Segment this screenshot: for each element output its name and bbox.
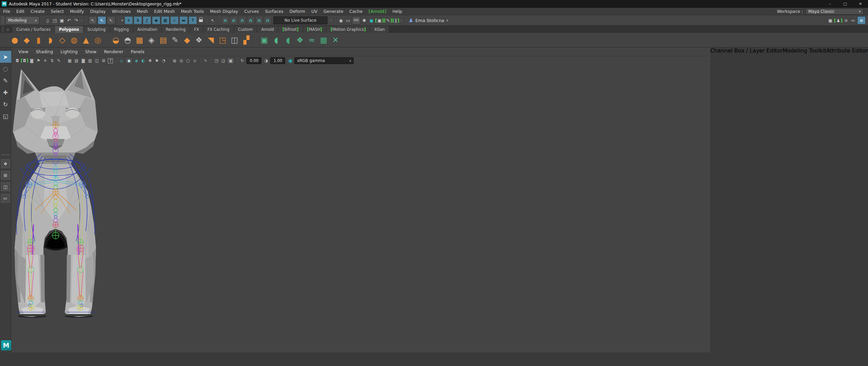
collapse-arrow[interactable]: › — [399, 16, 403, 24]
select-hierarchy-icon[interactable]: ↖ — [88, 16, 97, 24]
attribute-editor-toggle-icon[interactable]: ≡ — [843, 16, 850, 24]
user-account-dropdown[interactable]: Ema Stolicna — [414, 16, 446, 24]
shelf-tab-mash[interactable]: MASH — [303, 26, 327, 33]
safe-title-icon[interactable]: T — [108, 58, 113, 63]
shadows-icon[interactable]: ✸ — [153, 57, 160, 64]
film-gate-icon[interactable]: ▤ — [73, 57, 80, 64]
shelf-grip[interactable] — [1, 27, 4, 32]
bracketed-pencil-tool-icon[interactable]: ✎ — [384, 16, 392, 24]
layout-outliner-button[interactable]: ≔ — [1, 194, 10, 203]
reduce-icon[interactable]: ❖ — [294, 34, 306, 46]
layout-single-pane-button[interactable]: ❖ — [1, 159, 10, 168]
render-sphere-icon[interactable]: ● — [368, 16, 375, 24]
menu-display[interactable]: Display — [87, 8, 109, 15]
resolution-gate-icon[interactable]: ◙ — [80, 57, 86, 64]
gate-mask-icon[interactable]: ▥ — [86, 57, 93, 64]
snap-to-projected-center-icon[interactable]: ∩ — [247, 16, 255, 24]
close-button[interactable]: ✕ — [853, 0, 868, 8]
menu-arnold[interactable]: Arnold — [366, 8, 389, 15]
menu-set-selector[interactable]: Modeling — [5, 16, 39, 24]
make-live-icon[interactable]: ∩ — [264, 16, 272, 24]
gamma-value-field[interactable]: 1.00 — [270, 57, 285, 64]
wedge-icon[interactable]: ◥ — [205, 34, 217, 46]
pane-layout-alt-icon[interactable]: ◲ — [220, 57, 226, 64]
character-controls-icon[interactable]: ♟ — [834, 16, 843, 24]
shelf-tab-animation[interactable]: Animation — [133, 26, 162, 33]
menu-curves[interactable]: Curves — [241, 8, 262, 15]
camera-attributes-icon[interactable]: ◙ — [28, 57, 35, 64]
shelf-tab-arnold[interactable]: Arnold — [257, 26, 278, 33]
collapse-arrow[interactable]: › — [80, 16, 83, 24]
workspace-dropdown[interactable]: Maya Classic — [806, 8, 863, 15]
menu-help[interactable]: Help — [389, 8, 405, 15]
poly-pipe-icon[interactable]: ◎ — [92, 34, 104, 46]
gamma-toggle-icon[interactable]: ◑ — [262, 57, 269, 64]
lock-selection-icon[interactable] — [197, 16, 204, 24]
panel-menu-show[interactable]: Show — [81, 49, 100, 54]
tab-modeling-toolkit[interactable]: Modeling Toolkit — [783, 47, 826, 54]
multisampling-icon[interactable]: ◎ — [178, 57, 184, 64]
quad-draw-icon[interactable]: ▞ — [240, 34, 252, 46]
open-scene-icon[interactable]: ◳ — [51, 16, 58, 24]
shelf-tab-fx[interactable]: FX — [190, 26, 204, 33]
render-settings-icon[interactable]: ✱ — [361, 16, 368, 24]
poly-pyramid-icon[interactable]: ▲ — [80, 34, 92, 46]
pane-layout-icon[interactable]: ◳ — [213, 57, 220, 64]
select-dynamics-icon[interactable]: ∴ — [170, 16, 179, 24]
tab-attribute-editor[interactable]: Attribute Editor — [826, 47, 868, 54]
poly-torus-icon[interactable]: ◍ — [68, 34, 80, 46]
insert-edge-loop-icon[interactable]: ◳ — [217, 34, 229, 46]
menu-modify[interactable]: Modify — [67, 8, 87, 15]
shelf-tab-polygons[interactable]: Polygons — [55, 26, 83, 33]
bracketed-pause-tool-icon[interactable]: ‖ — [392, 16, 399, 24]
pencil-tool-icon[interactable]: ✎ — [55, 57, 62, 64]
shaded-wireframe-mode-icon[interactable]: ◈ — [133, 57, 140, 64]
layout-four-pane-button[interactable]: ⊞ — [1, 171, 10, 180]
textured-mode-icon[interactable]: ◐ — [140, 57, 146, 64]
select-rendering-icon[interactable]: ▬ — [179, 16, 188, 24]
rotate-tool[interactable]: ↻ — [0, 98, 11, 110]
render-current-frame-icon[interactable]: ▭ — [344, 16, 352, 24]
extrude-icon[interactable]: ◈ — [145, 34, 157, 46]
poly-cylinder-icon[interactable]: ▮ — [33, 34, 44, 46]
poly-cube-icon[interactable]: ◆ — [21, 34, 33, 46]
poly-sphere-icon[interactable]: ● — [9, 34, 21, 46]
select-tool[interactable]: ➤ — [0, 51, 11, 63]
panel-menu-renderer[interactable]: Renderer — [100, 49, 127, 54]
grid-toggle-icon[interactable]: ▦ — [66, 57, 73, 64]
select-object-icon[interactable]: ↖ — [98, 16, 106, 24]
boolean-union-icon[interactable]: ▣ — [258, 34, 270, 46]
offset-edge-loop-icon[interactable]: ◫ — [229, 34, 240, 46]
viewport-3d[interactable]: y x front -Z — [11, 65, 710, 352]
user-dropdown-arrow[interactable]: ▾ — [446, 16, 449, 24]
bridge-icon[interactable]: ▤ — [157, 34, 169, 46]
menu-mesh[interactable]: Mesh — [134, 8, 151, 15]
paint-select-tool[interactable]: ✎ — [0, 75, 11, 86]
panel-menu-lighting[interactable]: Lighting — [57, 49, 81, 54]
view-transform-dropdown[interactable]: sRGB gamma — [294, 57, 354, 64]
menu-mesh-display[interactable]: Mesh Display — [207, 8, 241, 15]
select-deformers-icon[interactable]: ▦ — [161, 16, 170, 24]
safe-action-icon[interactable]: ⊞ — [100, 57, 107, 64]
collapse-arrow[interactable]: › — [329, 16, 333, 24]
use-all-lights-icon[interactable]: ❋ — [146, 57, 153, 64]
cat-model-with-rig[interactable] — [11, 65, 100, 319]
ambient-occlusion-icon[interactable]: ◔ — [160, 57, 167, 64]
menu-cache[interactable]: Cache — [346, 8, 366, 15]
select-component-icon[interactable]: ↖ — [107, 16, 115, 24]
menu-create[interactable]: Create — [27, 8, 48, 15]
lasso-select-tool[interactable]: ◌ — [0, 63, 11, 75]
panel-menu-shading[interactable]: Shading — [32, 49, 57, 54]
bookmark-icon[interactable]: ⚑ — [35, 57, 42, 64]
select-joints-icon[interactable]: λ — [134, 16, 142, 24]
menu-edit[interactable]: Edit — [13, 8, 27, 15]
panel-menu-panels[interactable]: Panels — [127, 49, 148, 54]
modeling-toolkit-icon[interactable]: ▣ — [827, 16, 834, 24]
exposure-value-field[interactable]: 0.00 — [246, 57, 261, 64]
redo-icon[interactable]: ↷ — [73, 16, 80, 24]
shelf-tab-custom[interactable]: Custom — [234, 26, 257, 33]
statusline-grip[interactable] — [1, 17, 4, 24]
shelf-tab-rendering[interactable]: Rendering — [162, 26, 190, 33]
isolate-select-icon[interactable]: ↖ — [202, 57, 209, 64]
shaded-mode-icon[interactable]: ◆ — [125, 57, 133, 64]
